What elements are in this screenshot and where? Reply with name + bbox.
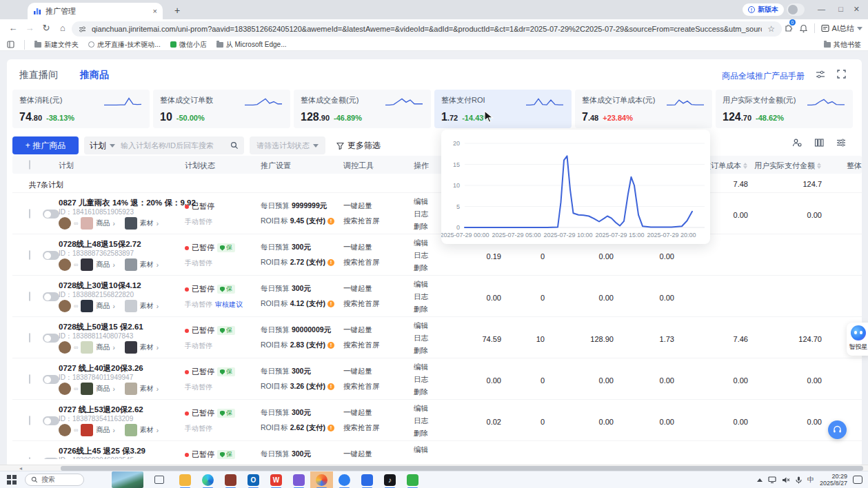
customer-service-button[interactable] (828, 420, 847, 439)
material-link[interactable]: 素材 (140, 384, 154, 394)
product-link[interactable]: 商品 (96, 343, 110, 352)
tool-link[interactable]: 一键起量 (343, 325, 380, 335)
row-toggle-switch[interactable] (43, 458, 59, 459)
row-checkbox[interactable] (29, 250, 30, 260)
start-button[interactable] (7, 475, 17, 485)
stat-card-3[interactable]: 整体支付ROI1.72-14.43% (434, 90, 572, 128)
taskbar-search[interactable]: 搜索 (25, 474, 84, 486)
row-checkbox[interactable] (29, 333, 30, 343)
new-tab-button[interactable]: + (171, 5, 183, 16)
info-icon[interactable]: ! (327, 301, 334, 307)
tool-link[interactable]: 搜索抢首屏 (343, 299, 380, 309)
operation-link[interactable]: 编辑 (414, 280, 428, 289)
campaign-title[interactable]: 0726线上45 退25 保3.29 (59, 446, 145, 456)
row-checkbox[interactable] (29, 209, 30, 218)
browser-tab[interactable]: 推广管理 × (28, 3, 163, 19)
ai-summary-button[interactable]: AI总结 (821, 23, 862, 34)
tool-link[interactable]: 一键起量 (343, 449, 372, 459)
side-panel-icon[interactable] (7, 41, 14, 48)
info-icon[interactable]: ! (327, 218, 334, 225)
profile-avatar[interactable] (787, 3, 805, 16)
operation-link[interactable]: 删除 (414, 346, 428, 356)
input-method-indicator[interactable]: 中 (807, 475, 814, 485)
tool-link[interactable]: 搜索抢首屏 (343, 258, 380, 267)
stat-card-2[interactable]: 整体成交金额(元)128.90-46.89% (294, 90, 431, 128)
row-checkbox[interactable] (29, 457, 30, 459)
tool-link[interactable]: 一键起量 (343, 284, 380, 294)
address-bar[interactable]: qianchuan.jinritemai.com/uni-prom?aavid=… (72, 21, 782, 37)
extension-icon[interactable]: 0 (784, 22, 793, 34)
operation-link[interactable]: 编辑 (414, 321, 428, 331)
row-toggle-switch[interactable] (43, 210, 59, 218)
search-icon[interactable] (230, 141, 239, 150)
operation-link[interactable]: 日志 (414, 375, 428, 385)
row-checkbox[interactable] (29, 292, 30, 301)
operation-link[interactable]: 编辑 (414, 445, 428, 455)
material-link[interactable]: 素材 (140, 301, 154, 311)
tool-link[interactable]: 一键起量 (343, 367, 380, 376)
reload-button[interactable]: ↻ (40, 23, 52, 33)
product-manual-link[interactable]: 商品全域推广产品手册 (722, 70, 805, 82)
select-all-checkbox[interactable] (29, 160, 30, 170)
bookmark-item[interactable]: 虎牙直播-技术驱动... (88, 40, 161, 50)
product-link[interactable]: 商品 (96, 425, 110, 435)
operation-link[interactable]: 编辑 (414, 404, 428, 414)
display-settings-icon[interactable] (816, 70, 825, 79)
operation-link[interactable]: 日志 (414, 251, 428, 261)
taskbar-app-file-explorer[interactable] (174, 471, 196, 488)
material-link[interactable]: 素材 (140, 343, 154, 352)
weather-widget-thumbnail[interactable] (112, 471, 143, 488)
taskbar-app-wps[interactable]: W (265, 471, 287, 488)
scrollbar-thumb[interactable] (61, 466, 863, 471)
microphone-icon[interactable] (796, 476, 802, 484)
campaign-title[interactable]: 0728线上48退15保2.72 (59, 239, 141, 250)
tune-icon[interactable] (79, 26, 86, 33)
bookmark-star-icon[interactable]: ☆ (767, 24, 775, 34)
taskbar-app-outlook[interactable]: O (242, 471, 265, 488)
row-checkbox[interactable] (29, 416, 30, 425)
tool-link[interactable]: 搜索抢首屏 (343, 423, 380, 433)
stat-card-5[interactable]: 用户实际支付金额(元)124.70-48.62% (716, 90, 853, 128)
stat-card-0[interactable]: 整体消耗(元)74.80-38.13% (12, 90, 150, 128)
material-link[interactable]: 素材 (140, 260, 154, 270)
campaign-title[interactable]: 0727 线上53退20保2.62 (59, 405, 143, 415)
back-button[interactable]: ← (7, 23, 19, 33)
taskbar-app-blue-circle-app[interactable] (333, 471, 356, 488)
sort-icon[interactable] (817, 163, 822, 169)
column-header[interactable]: 用户实际支付金额 (754, 161, 822, 171)
bookmark-item[interactable]: 微信小店 (170, 40, 207, 50)
column-settings-icon[interactable] (814, 138, 824, 148)
row-checkbox[interactable] (29, 374, 30, 384)
sort-icon[interactable] (743, 163, 748, 169)
filter-settings-icon[interactable] (836, 138, 846, 148)
tool-link[interactable]: 搜索抢首屏 (343, 340, 380, 350)
operation-link[interactable]: 编辑 (414, 238, 428, 248)
taskbar-app-edge-browser[interactable] (196, 471, 219, 488)
row-toggle-switch[interactable] (43, 375, 59, 384)
smart-assistant-widget[interactable]: 智投星 (847, 323, 868, 356)
horizontal-scrollbar[interactable]: ◂ (0, 465, 868, 471)
user-settings-icon[interactable] (792, 138, 802, 148)
stat-card-4[interactable]: 整体成交订单成本(元)7.48+23.84% (575, 90, 712, 128)
plan-type-select[interactable]: 计划 (84, 140, 121, 152)
bell-icon[interactable] (799, 24, 808, 33)
tab-products[interactable]: 推商品 (80, 69, 109, 81)
operation-link[interactable]: 编辑 (414, 197, 428, 207)
taskbar-app-red-app[interactable] (219, 471, 242, 488)
tool-link[interactable]: 一键起量 (343, 243, 380, 252)
taskbar-app-green-app[interactable] (401, 471, 424, 488)
operation-link[interactable]: 删除 (414, 387, 428, 397)
tool-link[interactable]: 一键起量 (343, 408, 380, 418)
taskbar-app-douyin[interactable]: ♪ (379, 471, 401, 488)
column-header[interactable]: 整体 (847, 161, 862, 171)
window-maximize-button[interactable]: □ (838, 5, 843, 13)
info-icon[interactable]: ! (327, 425, 334, 431)
operation-link[interactable]: 日志 (414, 416, 428, 426)
tool-link[interactable]: 一键起量 (343, 201, 380, 211)
product-link[interactable]: 商品 (96, 218, 110, 228)
taskbar-app-blue-app[interactable] (356, 471, 379, 488)
product-link[interactable]: 商品 (96, 384, 110, 394)
tool-link[interactable]: 搜索抢首屏 (343, 216, 380, 226)
campaign-title[interactable]: 0727 线上40退20保3.26 (59, 363, 143, 374)
operation-link[interactable]: 日志 (414, 334, 428, 343)
